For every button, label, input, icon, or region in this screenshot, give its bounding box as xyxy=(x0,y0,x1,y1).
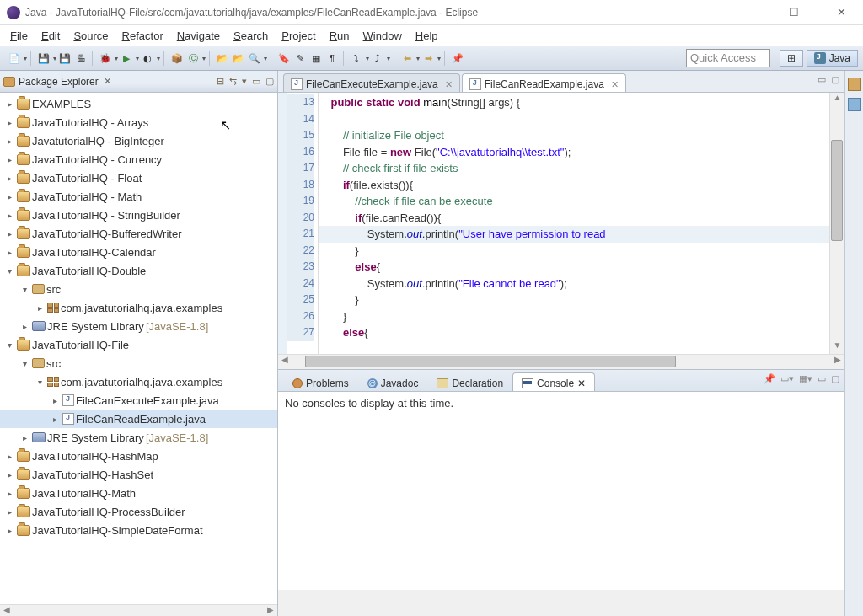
tree-twistie-icon[interactable]: ▾ xyxy=(34,378,46,387)
prev-annotation-icon[interactable]: ⤴ xyxy=(370,51,385,66)
new-package-icon[interactable]: 📦 xyxy=(169,51,185,66)
print-icon[interactable]: 🖶 xyxy=(73,51,88,66)
tree-twistie-icon[interactable]: ▸ xyxy=(49,415,61,424)
tree-twistie-icon[interactable]: ▸ xyxy=(3,192,15,201)
tab-close-icon[interactable]: ✕ xyxy=(445,79,453,90)
tree-twistie-icon[interactable]: ▸ xyxy=(3,118,15,127)
tree-item[interactable]: ▸JavaTutorialHQ - Float xyxy=(0,169,277,187)
tree-twistie-icon[interactable]: ▸ xyxy=(3,248,15,257)
tree-item[interactable]: ▾src xyxy=(0,280,277,298)
toggle-breadcrumb-icon[interactable]: 🔖 xyxy=(276,51,292,66)
tree-twistie-icon[interactable]: ▸ xyxy=(3,174,15,183)
save-all-icon[interactable]: 💾 xyxy=(57,51,72,66)
debug-icon[interactable]: 🐞 xyxy=(98,51,113,66)
tree-item[interactable]: ▸JavatutorialHQ - BigInteger xyxy=(0,131,277,150)
menu-file[interactable]: File xyxy=(5,28,33,44)
tree-item[interactable]: ▸JavaTutorialHQ-HashMap xyxy=(0,447,277,465)
bottom-tab-problems[interactable]: Problems xyxy=(283,372,358,391)
tree-item[interactable]: ▸JavaTutorialHQ-ProcessBuilder xyxy=(0,502,277,521)
task-list-icon[interactable] xyxy=(848,98,861,111)
editor-tab[interactable]: FileCanExecuteExample.java✕ xyxy=(283,73,460,92)
menu-edit[interactable]: Edit xyxy=(36,28,65,44)
bottom-tab-javadoc[interactable]: @Javadoc xyxy=(358,372,428,391)
quick-access-input[interactable]: Quick Access xyxy=(686,49,770,67)
tree-item[interactable]: ▸JavaTutorialHQ - StringBuilder xyxy=(0,206,277,224)
tree-twistie-icon[interactable]: ▸ xyxy=(3,526,15,535)
console-maximize-icon[interactable]: ▢ xyxy=(831,373,839,384)
tree-twistie-icon[interactable]: ▸ xyxy=(3,137,15,146)
forward-icon[interactable]: ➡ xyxy=(421,51,436,66)
bottom-tab-console[interactable]: Console ✕ xyxy=(512,372,595,391)
tree-item[interactable]: ▸FileCanExecuteExample.java xyxy=(0,391,277,410)
editor-minimize-icon[interactable]: ▭ xyxy=(817,74,826,85)
open-type-icon[interactable]: 📂 xyxy=(215,51,230,66)
tree-twistie-icon[interactable]: ▸ xyxy=(3,99,15,109)
outline-view-icon[interactable] xyxy=(848,78,861,91)
code-area[interactable]: public static void main(String[] args) {… xyxy=(319,93,829,354)
display-selected-console-icon[interactable]: ▭▾ xyxy=(780,373,794,384)
tree-item[interactable]: ▾JavaTutorialHQ-File xyxy=(0,335,277,354)
tree-twistie-icon[interactable]: ▸ xyxy=(3,229,15,238)
tree-twistie-icon[interactable]: ▾ xyxy=(3,266,15,276)
tree-hscroll[interactable]: ◀▶ xyxy=(0,604,277,616)
show-whitespace-icon[interactable]: ¶ xyxy=(324,51,340,66)
tree-twistie-icon[interactable]: ▾ xyxy=(19,359,30,368)
tab-close-icon[interactable]: ✕ xyxy=(577,378,586,389)
tree-item[interactable]: ▾JavaTutorialHQ-Double xyxy=(0,261,277,280)
tree-item[interactable]: ▸JRE System Library [JavaSE-1.8] xyxy=(0,317,277,335)
tree-twistie-icon[interactable]: ▸ xyxy=(3,452,15,461)
open-task-icon[interactable]: 📂 xyxy=(231,51,246,66)
new-class-icon[interactable]: Ⓒ xyxy=(185,51,201,66)
maximize-button[interactable]: ☐ xyxy=(779,6,809,19)
tree-item[interactable]: ▸JavaTutorialHQ-Calendar xyxy=(0,243,277,261)
tree-item[interactable]: ▸FileCanReadExample.java xyxy=(0,410,277,428)
menu-search[interactable]: Search xyxy=(228,28,273,44)
next-annotation-icon[interactable]: ⤵ xyxy=(349,51,364,66)
new-icon[interactable]: 📄 xyxy=(7,51,22,66)
menu-help[interactable]: Help xyxy=(410,28,443,44)
link-editor-icon[interactable]: ⇆ xyxy=(229,76,237,87)
tree-item[interactable]: ▸JRE System Library [JavaSE-1.8] xyxy=(0,428,277,447)
collapse-all-icon[interactable]: ⊟ xyxy=(217,76,224,87)
maximize-view-icon[interactable]: ▢ xyxy=(265,76,274,87)
tree-item[interactable]: ▸EXAMPLES xyxy=(0,94,277,113)
tree-item[interactable]: ▾com.javatutorialhq.java.examples xyxy=(0,372,277,391)
save-icon[interactable]: 💾 xyxy=(36,51,51,66)
tree-item[interactable]: ▸JavaTutorialHQ-BufferedWriter xyxy=(0,224,277,243)
view-menu-icon[interactable]: ▾ xyxy=(242,76,247,87)
menu-window[interactable]: Window xyxy=(358,28,407,44)
tree-item[interactable]: ▸JavaTutorialHQ-HashSet xyxy=(0,465,277,484)
bottom-tab-declaration[interactable]: Declaration xyxy=(427,372,512,391)
editor-body[interactable]: 131415161718192021222324252627 public st… xyxy=(278,93,844,354)
editor-hscroll[interactable]: ◀ ▶ xyxy=(278,354,844,369)
menu-source[interactable]: Source xyxy=(68,28,113,44)
tree-twistie-icon[interactable]: ▸ xyxy=(3,489,15,498)
tree-twistie-icon[interactable]: ▸ xyxy=(34,303,46,313)
menu-refactor[interactable]: Refactor xyxy=(117,28,169,44)
open-perspective-button[interactable]: ⊞ xyxy=(780,50,803,67)
folding-ruler[interactable] xyxy=(278,93,287,354)
tree-item[interactable]: ▸JavaTutorialHQ - Math xyxy=(0,187,277,206)
minimize-view-icon[interactable]: ▭ xyxy=(252,76,260,87)
back-icon[interactable]: ⬅ xyxy=(399,51,415,66)
tree-item[interactable]: ▸JavaTutorialHQ-SimpleDateFormat xyxy=(0,521,277,539)
menu-project[interactable]: Project xyxy=(276,28,320,44)
search-icon[interactable]: 🔍 xyxy=(247,51,262,66)
menu-navigate[interactable]: Navigate xyxy=(172,28,225,44)
view-close-icon[interactable]: ✕ xyxy=(104,76,111,87)
tree-item[interactable]: ▾src xyxy=(0,354,277,372)
coverage-icon[interactable]: ◐ xyxy=(140,51,155,66)
tree-twistie-icon[interactable]: ▸ xyxy=(3,155,15,164)
pin-icon[interactable]: 📌 xyxy=(450,51,465,66)
editor-vscroll[interactable]: ▲ ▼ xyxy=(829,93,844,354)
tree-twistie-icon[interactable]: ▸ xyxy=(19,322,30,331)
tree-item[interactable]: ▸JavaTutorialHQ - Arrays xyxy=(0,113,277,131)
run-icon[interactable]: ▶ xyxy=(119,51,134,66)
tree-item[interactable]: ▸JavaTutorialHQ-Math xyxy=(0,484,277,502)
project-tree[interactable]: ▸EXAMPLES▸JavaTutorialHQ - Arrays▸Javatu… xyxy=(0,93,277,604)
tree-twistie-icon[interactable]: ▸ xyxy=(3,211,15,220)
editor-tab[interactable]: FileCanReadExample.java✕ xyxy=(462,73,626,92)
open-console-icon[interactable]: ▦▾ xyxy=(799,373,812,384)
tab-close-icon[interactable]: ✕ xyxy=(611,79,619,90)
tree-twistie-icon[interactable]: ▸ xyxy=(3,507,15,517)
